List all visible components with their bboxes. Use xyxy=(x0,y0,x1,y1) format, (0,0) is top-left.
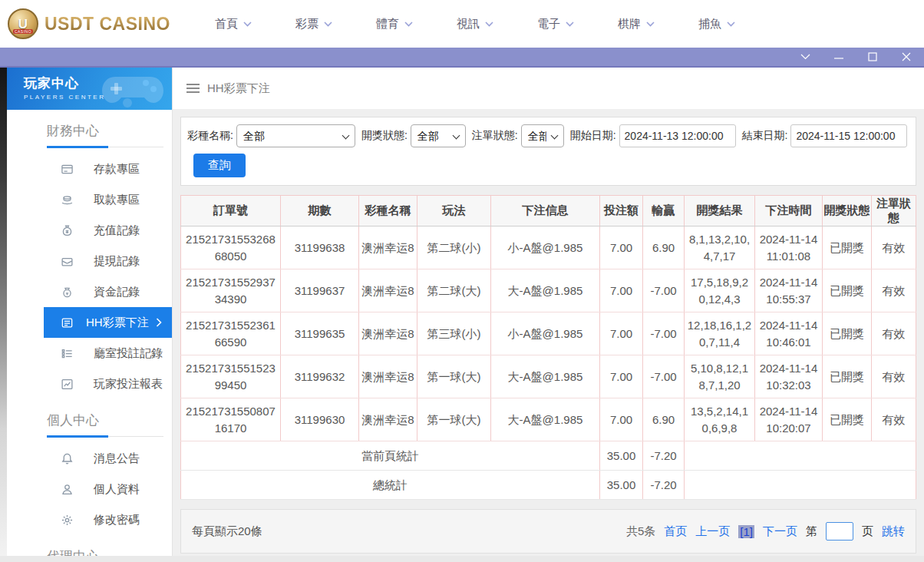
sidebar-item[interactable]: 修改密碼 xyxy=(7,504,172,535)
table-cell: 31199637 xyxy=(281,269,359,312)
nav-item-lottery[interactable]: 彩票 xyxy=(295,17,332,31)
close-button[interactable] xyxy=(901,51,912,62)
summary-label: 當前頁統計 xyxy=(181,441,600,471)
table-cell: 澳洲幸运8 xyxy=(359,312,417,355)
menu-icon[interactable] xyxy=(186,84,200,93)
bet-table-body: 215217315532686805031199638澳洲幸运8第二球(小)小-… xyxy=(181,226,916,500)
table-cell: 13,5,2,14,10,6,9,8 xyxy=(685,398,755,441)
table-cell: 31199638 xyxy=(281,226,359,269)
brand-name: USDT CASINO xyxy=(45,14,170,35)
next-page-link[interactable]: 下一页 xyxy=(763,524,797,539)
filter-row: 彩種名稱: 全部 開獎狀態: 全部 注單狀態: 全部 開始日期: xyxy=(187,124,909,147)
sidebar-item[interactable]: 存款專區 xyxy=(7,154,172,184)
table-cell: -7.00 xyxy=(643,269,685,312)
table-cell: 6.90 xyxy=(643,398,685,441)
sidebar-item[interactable]: 取款專區 xyxy=(7,184,172,215)
table-cell: 已開獎 xyxy=(823,398,872,441)
recharge-record-icon xyxy=(61,224,74,237)
bell-icon xyxy=(61,452,74,465)
end-date-label: 結束日期: xyxy=(742,129,788,143)
summary-bet-total: 35.00 xyxy=(600,441,643,471)
table-cell: 7.00 xyxy=(600,269,643,312)
table-cell: 8,1,13,2,10,4,7,17 xyxy=(685,226,755,269)
main-area: HH彩票下注 彩種名稱: 全部 開獎狀態: 全部 注單狀態: xyxy=(173,68,924,556)
table-cell: 澳洲幸运8 xyxy=(359,398,417,441)
table-header-cell: 輸贏 xyxy=(643,196,685,226)
withdrawal-record-icon xyxy=(61,255,74,268)
table-cell: 已開獎 xyxy=(823,312,872,355)
table-cell: 第二球(大) xyxy=(417,269,491,312)
bottom-edge-decoration xyxy=(0,556,924,562)
sidebar-item[interactable]: 資金記錄 xyxy=(7,276,172,307)
table-cell: 澳洲幸运8 xyxy=(359,355,417,398)
table-cell: 有效 xyxy=(872,269,916,312)
summary-row: 總統計35.00-7.20 xyxy=(181,471,916,500)
sidebar-header: 玩家中心 PLAYERS CENTER xyxy=(7,68,172,110)
table-cell: 31199630 xyxy=(281,398,359,441)
nav-item-sports[interactable]: 體育 xyxy=(376,17,413,31)
table-cell: 已開獎 xyxy=(823,226,872,269)
jump-button[interactable]: 跳转 xyxy=(882,524,905,539)
brand-badge-letter: U xyxy=(18,18,28,31)
minimize-button[interactable] xyxy=(833,51,844,62)
search-button[interactable]: 查詢 xyxy=(193,154,246,177)
window-titlebar xyxy=(0,48,924,68)
nav-item-label: 首頁 xyxy=(215,17,238,31)
titlebar-dropdown-chevron-icon[interactable] xyxy=(800,51,810,62)
nav-item-home[interactable]: 首頁 xyxy=(215,17,252,31)
start-date-input[interactable] xyxy=(619,124,736,147)
table-cell: 2024-11-14 10:20:07 xyxy=(755,398,823,441)
sidebar-item[interactable]: 個人資料 xyxy=(7,474,172,504)
content: 彩種名稱: 全部 開獎狀態: 全部 注單狀態: 全部 開始日期: xyxy=(173,109,924,556)
report-icon xyxy=(61,378,74,391)
nav-item-video[interactable]: 視訊 xyxy=(457,17,493,31)
person-icon xyxy=(61,483,74,496)
table-cell: 第一球(大) xyxy=(417,398,491,441)
end-date-input[interactable] xyxy=(790,124,907,147)
table-cell: 第一球(大) xyxy=(417,355,491,398)
draw-status-select[interactable]: 全部 xyxy=(411,124,466,147)
table-cell: 7.00 xyxy=(600,398,643,441)
table-cell: 有效 xyxy=(872,355,916,398)
table-cell: 31199635 xyxy=(281,312,359,355)
prev-page-link[interactable]: 上一页 xyxy=(695,524,730,539)
bet-table-panel: 訂單號期數彩種名稱玩法下注信息投注額輸贏開獎結果下注時間開獎狀態注單狀態 215… xyxy=(180,195,916,500)
sidebar-item[interactable]: 廳室投註記錄 xyxy=(7,338,172,369)
first-page-link[interactable]: 首页 xyxy=(664,524,687,539)
nav-item-fishing[interactable]: 捕魚 xyxy=(698,17,735,31)
nav-item-chess[interactable]: 棋牌 xyxy=(618,17,655,31)
table-cell: 第三球(小) xyxy=(417,312,491,355)
order-status-select[interactable]: 全部 xyxy=(521,124,564,147)
table-cell: 2152173155236166590 xyxy=(181,312,281,355)
summary-winloss-total: -7.20 xyxy=(643,441,685,471)
sidebar-item[interactable]: 提現記錄 xyxy=(7,246,172,276)
sidebar-item[interactable]: HH彩票下注 xyxy=(44,307,172,338)
filter-panel: 彩種名稱: 全部 開獎狀態: 全部 注單狀態: 全部 開始日期: xyxy=(180,117,916,186)
lottery-name-select[interactable]: 全部 xyxy=(236,124,355,147)
sidebar-item[interactable]: 充值記錄 xyxy=(7,215,172,246)
table-cell: 第二球(小) xyxy=(417,226,491,269)
sidebar-item-list: 消息公告個人資料修改密碼 xyxy=(7,443,172,535)
page-jump-input[interactable] xyxy=(826,522,853,541)
table-cell: 2152173155152399450 xyxy=(181,355,281,398)
maximize-button[interactable] xyxy=(867,51,878,62)
table-row: 215217315529373439031199637澳洲幸运8第二球(大)大-… xyxy=(181,269,916,312)
table-cell: 2024-11-14 10:55:37 xyxy=(755,269,823,312)
chevron-down-icon xyxy=(566,21,574,27)
current-page-indicator: [1] xyxy=(738,525,754,538)
brand-logo[interactable]: U CASINO USDT CASINO xyxy=(8,8,190,39)
table-cell: 5,10,8,12,18,7,1,20 xyxy=(685,355,755,398)
draw-status-label: 開獎狀態: xyxy=(361,129,408,143)
sidebar-item-label: 取款專區 xyxy=(94,193,140,207)
nav-item-electronic[interactable]: 電子 xyxy=(537,17,574,31)
summary-bet-total: 35.00 xyxy=(600,471,643,500)
sidebar-item[interactable]: 消息公告 xyxy=(7,443,172,474)
chevron-down-icon xyxy=(243,21,252,27)
sidebar-item[interactable]: 玩家投注報表 xyxy=(7,369,172,399)
lottery-bet-icon xyxy=(61,316,74,329)
withdraw-icon xyxy=(61,193,74,207)
sidebar-item-label: HH彩票下注 xyxy=(86,316,149,330)
sidebar-section: 代理中心 xyxy=(7,547,172,556)
table-cell: 已開獎 xyxy=(823,269,872,312)
total-count: 共5条 xyxy=(626,524,655,539)
